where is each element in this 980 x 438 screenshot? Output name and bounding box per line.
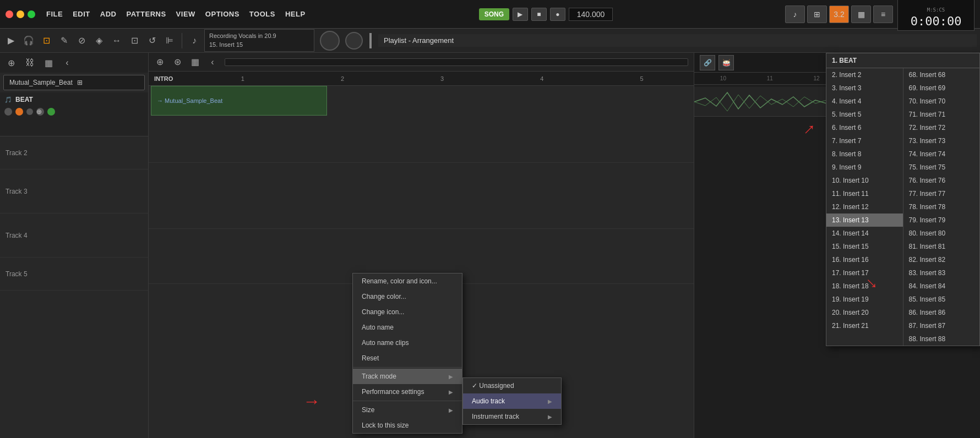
insert-item-84[interactable]: 84. Insert 84 xyxy=(903,280,980,293)
ctx-reset[interactable]: Reset xyxy=(353,351,462,366)
ctx-autoname-clips[interactable]: Auto name clips xyxy=(353,335,462,351)
pattern-block[interactable]: Mutual_Sample_Beat ⊞ xyxy=(3,75,145,90)
play-button[interactable]: ▶ xyxy=(513,8,528,21)
headphones-icon[interactable]: 🎧 xyxy=(21,33,36,48)
link-btn[interactable]: 🔗 xyxy=(700,55,715,70)
insert-item-74[interactable]: 74. Insert 74 xyxy=(903,147,980,161)
insert-item-83[interactable]: 83. Insert 83 xyxy=(903,266,980,280)
insert-item-14[interactable]: 14. Insert 14 xyxy=(826,227,903,240)
insert-item-87[interactable]: 87. Insert 87 xyxy=(903,319,980,332)
ctx-rename[interactable]: Rename, color and icon... xyxy=(353,273,462,289)
menu-add[interactable]: ADD xyxy=(99,8,118,20)
menu-view[interactable]: VIEW xyxy=(175,8,197,20)
erase-tool[interactable]: ⊘ xyxy=(74,33,89,48)
menu-file[interactable]: FILE xyxy=(45,8,64,20)
menu-patterns[interactable]: PATTERNS xyxy=(125,8,167,20)
zoom-tool[interactable]: ↔ xyxy=(109,33,124,48)
stop-button[interactable]: ■ xyxy=(531,8,547,21)
beat-arrangement-block[interactable]: → Mutual_Sample_Beat xyxy=(151,86,327,116)
playlist-btn[interactable]: ▦ xyxy=(851,6,871,23)
insert-item-9[interactable]: 9. Insert 9 xyxy=(826,161,903,174)
insert-item-86[interactable]: 86. Insert 86 xyxy=(903,306,980,319)
insert-item-4[interactable]: 4. Insert 4 xyxy=(826,95,903,108)
chain-icon[interactable]: ⛓ xyxy=(22,55,37,70)
beat-ctrl3[interactable] xyxy=(26,108,33,115)
tm-instrumenttrack[interactable]: Instrument track ▶ xyxy=(463,409,561,424)
center-link[interactable]: ⊛ xyxy=(170,54,185,70)
menu-options[interactable]: OPTIONS xyxy=(204,8,241,20)
insert-item-73[interactable]: 73. Insert 73 xyxy=(903,134,980,147)
beat-ctrl2[interactable] xyxy=(15,108,23,116)
bpm-display[interactable]: 140.000 xyxy=(569,8,613,21)
insert-item-19[interactable]: 19. Insert 19 xyxy=(826,293,903,306)
beat-ctrl1[interactable] xyxy=(4,108,12,116)
menu-tools[interactable]: TOOLS xyxy=(248,8,276,20)
insert-item-7[interactable]: 7. Insert 7 xyxy=(826,134,903,147)
ctx-trackmode[interactable]: Track mode ▶ xyxy=(353,369,462,384)
insert-item-13[interactable]: 13. Insert 13 xyxy=(826,213,903,227)
select-tool2[interactable]: ⊡ xyxy=(127,33,142,48)
mixer-icon-btn[interactable]: ♪ xyxy=(785,6,805,23)
beat-active[interactable] xyxy=(47,108,55,116)
insert-item-5[interactable]: 5. Insert 5 xyxy=(826,108,903,121)
insert-item-15[interactable]: 15. Insert 15 xyxy=(826,240,903,253)
fader[interactable] xyxy=(369,33,372,48)
pattern-expand-icon[interactable]: ⊞ xyxy=(77,79,83,86)
insert-item-16[interactable]: 16. Insert 16 xyxy=(826,253,903,266)
center-collapse[interactable]: ‹ xyxy=(205,54,220,70)
piano-roll-btn[interactable]: ≡ xyxy=(873,6,893,23)
tm-audiotrack[interactable]: Audio track ▶ xyxy=(463,393,561,409)
ctx-icon[interactable]: Change icon... xyxy=(353,304,462,320)
insert-item-10[interactable]: 10. Insert 10 xyxy=(826,174,903,187)
menu-help[interactable]: HELP xyxy=(284,8,307,20)
insert-item-11[interactable]: 11. Insert 11 xyxy=(826,187,903,200)
insert-item-82[interactable]: 82. Insert 82 xyxy=(903,253,980,266)
insert-item-6[interactable]: 6. Insert 6 xyxy=(826,121,903,134)
insert-item-81[interactable]: 81. Insert 81 xyxy=(903,240,980,253)
menu-edit[interactable]: EDIT xyxy=(72,8,91,20)
ctx-lock[interactable]: Lock to this size xyxy=(353,418,462,433)
slider-tool[interactable]: ⊫ xyxy=(162,33,177,48)
arrow-tool[interactable]: ▶ xyxy=(3,33,19,48)
insert-item-3[interactable]: 3. Insert 3 xyxy=(826,81,903,95)
insert-item-8[interactable]: 8. Insert 8 xyxy=(826,147,903,161)
insert-item-12[interactable]: 12. Insert 12 xyxy=(826,200,903,213)
insert-item-75[interactable]: 75. Insert 75 xyxy=(903,161,980,174)
minimize-button[interactable] xyxy=(17,10,24,18)
insert-item-68[interactable]: 68. Insert 68 xyxy=(903,68,980,81)
insert-item-21[interactable]: 21. Insert 21 xyxy=(826,319,903,332)
close-button[interactable] xyxy=(6,10,13,18)
tm-unassigned[interactable]: ✓ Unassigned xyxy=(463,378,561,393)
insert-item-18[interactable]: 18. Insert 18 xyxy=(826,280,903,293)
select-tool[interactable]: ⊡ xyxy=(39,33,54,48)
volume-icon[interactable]: ♪ xyxy=(187,33,202,48)
insert-item-72[interactable]: 72. Insert 72 xyxy=(903,121,980,134)
insert-item-85[interactable]: 85. Insert 85 xyxy=(903,293,980,306)
brush-tool[interactable]: ✎ xyxy=(56,33,72,48)
scrollbar[interactable] xyxy=(225,58,688,66)
loop-tool[interactable]: ↺ xyxy=(144,33,160,48)
knob-control2[interactable] xyxy=(345,32,363,50)
mute-tool[interactable]: ◈ xyxy=(91,33,107,48)
insert-item-20[interactable]: 20. Insert 20 xyxy=(826,306,903,319)
insert-item-71[interactable]: 71. Insert 71 xyxy=(903,108,980,121)
insert-item-2[interactable]: 2. Insert 2 xyxy=(826,68,903,81)
knob-control[interactable] xyxy=(320,31,340,51)
insert-item-69[interactable]: 69. Insert 69 xyxy=(903,81,980,95)
insert-item-76[interactable]: 76. Insert 76 xyxy=(903,174,980,187)
center-grid[interactable]: ▦ xyxy=(187,54,203,70)
add-icon[interactable]: ⊕ xyxy=(3,55,19,70)
channel-btn[interactable]: ⊞ xyxy=(807,6,827,23)
drum-btn[interactable]: 🥁 xyxy=(718,55,734,70)
grid-icon[interactable]: ▦ xyxy=(41,55,56,70)
beat-move[interactable]: ⊕ xyxy=(36,108,44,116)
insert-item-70[interactable]: 70. Insert 70 xyxy=(903,95,980,108)
insert-item-88[interactable]: 88. Insert 88 xyxy=(903,332,980,346)
ctx-autoname[interactable]: Auto name xyxy=(353,320,462,335)
song-button[interactable]: SONG xyxy=(479,8,509,20)
insert-item-78[interactable]: 78. Insert 78 xyxy=(903,200,980,213)
ctx-perf[interactable]: Performance settings ▶ xyxy=(353,384,462,399)
record-button[interactable]: ● xyxy=(550,8,565,21)
beat-btn[interactable]: 3.2 xyxy=(829,6,849,23)
insert-item-79[interactable]: 79. Insert 79 xyxy=(903,213,980,227)
